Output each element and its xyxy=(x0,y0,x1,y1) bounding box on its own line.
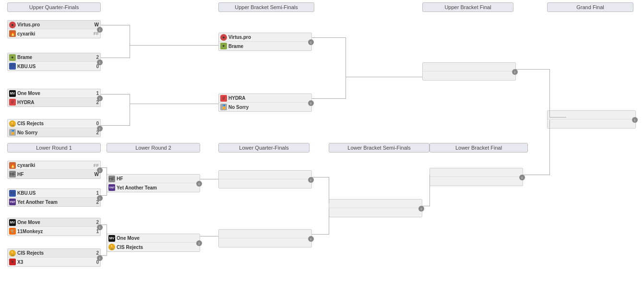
label-lower-sf: Lower Bracket Semi-Finals xyxy=(329,143,429,153)
team-row xyxy=(329,208,422,217)
team-name: X3 xyxy=(17,259,92,265)
match-uqf4: 🏆 CIS Rejects 0 🏅 No Sorry 2 xyxy=(7,119,101,137)
info-dot-lr1-3[interactable]: i xyxy=(97,224,103,230)
team-score: 1 xyxy=(92,190,99,196)
match-uqf3: MV One Move 1 // HYDRA 2 xyxy=(7,89,101,107)
team-row xyxy=(219,171,311,179)
cis-icon: 🏆 xyxy=(9,120,16,127)
hf-icon: HF xyxy=(9,171,16,177)
team-name: One Move xyxy=(17,91,92,96)
info-dot-uf[interactable]: i xyxy=(512,69,518,75)
team-name: Yet Another Team xyxy=(117,185,191,190)
x3-icon: ✕ xyxy=(9,259,16,265)
match-lbf xyxy=(429,168,523,186)
team-row: HF HF xyxy=(107,175,200,183)
team-name: HF xyxy=(17,172,92,177)
onemove-icon: MV xyxy=(9,219,16,226)
info-dot-gf[interactable]: i xyxy=(632,117,638,123)
team-row: // HYDRA xyxy=(219,94,311,103)
team-row: // HYDRA 2 xyxy=(8,98,100,106)
team-row: 🔥 cyxariki FF xyxy=(8,29,100,38)
team-row: ✕ X3 0 xyxy=(8,258,100,266)
label-grand-f: Grand Final xyxy=(547,2,633,12)
onemove-icon: MV xyxy=(108,235,115,242)
team-row: 🏅 No Sorry 2 xyxy=(8,128,100,137)
team-row xyxy=(548,119,635,128)
team-score: 2 xyxy=(92,220,99,225)
team-score: 1 xyxy=(92,91,99,96)
info-dot-lr1-4[interactable]: i xyxy=(97,255,103,261)
info-dot-lqf-1[interactable]: i xyxy=(308,177,314,183)
team-name: Brame xyxy=(17,55,92,60)
info-dot-uqf2[interactable]: i xyxy=(97,59,103,65)
team-row xyxy=(430,177,523,186)
hf-icon: HF xyxy=(108,176,115,182)
cy-icon: 🔥 xyxy=(9,30,16,37)
info-dot-lr1-2[interactable]: i xyxy=(97,195,103,201)
team-row: ✦ Brame xyxy=(219,42,311,50)
match-lr1-3: MV One Move 2 🐒 11Monkeyz 1 xyxy=(7,218,101,236)
label-lower-bf: Lower Bracket Final xyxy=(429,143,528,153)
team-row: 🏆 CIS Rejects xyxy=(107,243,200,251)
team-name: CIS Rejects xyxy=(17,121,92,126)
team-name: Brame xyxy=(228,44,303,49)
team-row: 🏆 CIS Rejects 0 xyxy=(8,119,100,128)
team-row: 🔥 cyxariki FF xyxy=(8,161,100,170)
nosorry-icon: 🏅 xyxy=(9,129,16,136)
match-lsf xyxy=(329,199,422,217)
cy-icon: 🔥 xyxy=(9,162,16,169)
team-score: FF xyxy=(92,163,99,168)
team-name: HYDRA xyxy=(17,100,92,105)
team-row: 🏆 CIS Rejects 2 xyxy=(8,249,100,258)
info-dot-uqf4[interactable]: i xyxy=(97,126,103,131)
team-row xyxy=(423,71,515,80)
info-dot-lr2-2[interactable]: i xyxy=(196,240,202,246)
cis-icon: 🏆 xyxy=(9,250,16,257)
team-row: ● Virtus.pro xyxy=(219,33,311,42)
info-dot-uqf1[interactable]: i xyxy=(97,27,103,33)
team-row: HF HF W xyxy=(8,170,100,178)
vp-icon: ● xyxy=(9,22,16,28)
team-row: 🏅 No Sorry xyxy=(219,103,311,111)
team-name: cyxariki xyxy=(17,31,92,36)
info-dot-lsf[interactable]: i xyxy=(418,206,424,212)
team-row xyxy=(430,168,523,177)
team-name: 11Monkeyz xyxy=(17,229,92,234)
ynt-icon: YNT xyxy=(108,184,115,191)
match-lr1-2: 🛡 KBU.US 1 YNT Yet Another Team 2 xyxy=(7,189,101,207)
brame-icon: ✦ xyxy=(220,43,227,49)
team-row: ✦ Brame 2 xyxy=(8,53,100,62)
info-dot-usf1[interactable]: i xyxy=(308,39,314,45)
label-lower-r2: Lower Round 2 xyxy=(107,143,200,153)
info-dot-uqf3[interactable]: i xyxy=(97,95,103,101)
team-row: YNT Yet Another Team xyxy=(107,183,200,192)
info-dot-lr2-1[interactable]: i xyxy=(196,181,202,187)
cis-icon: 🏆 xyxy=(108,244,115,250)
team-row: 🐒 11Monkeyz 1 xyxy=(8,227,100,236)
match-uqf2: ✦ Brame 2 🛡 KBU.US 0 xyxy=(7,53,101,71)
info-dot-lqf-2[interactable]: i xyxy=(308,236,314,242)
match-upper-final xyxy=(422,62,516,81)
hydra-icon: // xyxy=(220,95,227,102)
team-score: W xyxy=(92,22,99,27)
team-score: 2 xyxy=(92,250,99,256)
team-name: One Move xyxy=(117,236,191,241)
team-score: 2 xyxy=(92,55,99,60)
team-name: One Move xyxy=(17,220,92,225)
team-row: MV One Move 1 xyxy=(8,89,100,98)
match-lr2-2: MV One Move 🏆 CIS Rejects xyxy=(107,234,200,252)
11m-icon: 🐒 xyxy=(9,228,16,235)
hydra-icon: // xyxy=(9,99,16,106)
team-row: 🛡 KBU.US 1 xyxy=(8,189,100,198)
kbu-icon: 🛡 xyxy=(9,190,16,197)
team-name: Virtus.pro xyxy=(228,35,303,40)
team-name: No Sorry xyxy=(228,105,303,110)
info-dot-lr1-1[interactable]: i xyxy=(97,167,103,173)
team-name: Yet Another Team xyxy=(17,200,92,205)
team-row xyxy=(423,63,515,71)
info-dot-lbf[interactable]: i xyxy=(519,175,525,180)
ynt-icon: YNT xyxy=(9,199,16,205)
bracket-container: Upper Quarter-Finals Upper Bracket Semi-… xyxy=(0,0,644,283)
info-dot-usf2[interactable]: i xyxy=(308,100,314,106)
match-usf2: // HYDRA 🏅 No Sorry xyxy=(218,94,312,112)
